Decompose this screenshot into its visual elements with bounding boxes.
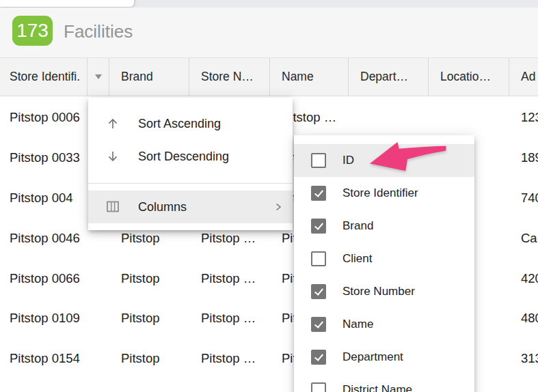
column-header-store-identifier[interactable]: Store Identifi. bbox=[0, 58, 109, 96]
checkbox-store-identifier[interactable] bbox=[311, 186, 326, 201]
checkbox-brand[interactable] bbox=[311, 219, 326, 234]
submenu-item-district-name[interactable]: District Name bbox=[294, 374, 474, 392]
submenu-chevron-icon bbox=[273, 202, 283, 212]
checkbox-store-number[interactable] bbox=[311, 284, 326, 299]
checkbox-id[interactable] bbox=[311, 153, 326, 168]
sort-ascending-icon bbox=[106, 117, 120, 130]
submenu-item-store-identifier[interactable]: Store Identifier bbox=[294, 177, 474, 210]
column-header-address[interactable]: Ad bbox=[509, 58, 538, 96]
menu-item-columns[interactable]: Columns bbox=[88, 191, 293, 223]
checkbox-name[interactable] bbox=[311, 317, 326, 332]
submenu-item-client[interactable]: Client bbox=[294, 242, 474, 275]
column-header-brand[interactable]: Brand bbox=[109, 58, 189, 96]
column-header-location[interactable]: Locatio… bbox=[429, 58, 509, 96]
dropdown-arrow-icon bbox=[95, 74, 102, 79]
submenu-item-brand[interactable]: Brand bbox=[294, 210, 474, 242]
submenu-item-name[interactable]: Name bbox=[294, 308, 474, 341]
checkbox-district-name[interactable] bbox=[311, 382, 326, 392]
column-header-store-number[interactable]: Store N… bbox=[189, 58, 270, 96]
column-header-department[interactable]: Depart… bbox=[349, 58, 429, 96]
menu-divider bbox=[88, 183, 293, 184]
top-overlay-card bbox=[0, 0, 134, 7]
sort-descending-icon bbox=[106, 150, 120, 163]
page-title: Facilities bbox=[64, 21, 133, 42]
annotation-arrow bbox=[366, 138, 451, 176]
column-menu-trigger[interactable] bbox=[87, 58, 109, 96]
menu-item-sort-ascending[interactable]: Sort Ascending bbox=[88, 107, 293, 140]
count-value: 173 bbox=[16, 20, 49, 42]
columns-icon bbox=[106, 200, 120, 214]
submenu-item-department[interactable]: Department bbox=[294, 341, 474, 374]
count-badge: 173 bbox=[12, 16, 53, 46]
checkbox-department[interactable] bbox=[311, 350, 326, 365]
column-header-name[interactable]: Name bbox=[270, 58, 349, 96]
facilities-page: 173 Facilities Store Identifi. Brand Sto… bbox=[0, 0, 538, 392]
column-menu: Sort Ascending Sort Descending Columns bbox=[88, 98, 293, 230]
checkbox-client[interactable] bbox=[311, 251, 326, 266]
menu-item-sort-descending[interactable]: Sort Descending bbox=[88, 140, 293, 173]
table-header: Store Identifi. Brand Store N… Name Depa… bbox=[0, 57, 538, 96]
submenu-item-store-number[interactable]: Store Number bbox=[294, 275, 474, 308]
